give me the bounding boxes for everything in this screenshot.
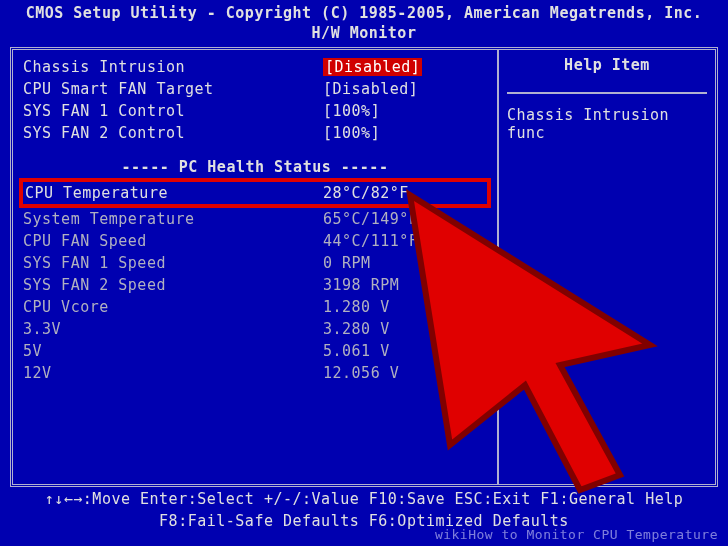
health-cpu-vcore: CPU Vcore 1.280 V <box>23 296 487 318</box>
health-sys-fan-1-speed: SYS FAN 1 Speed 0 RPM <box>23 252 487 274</box>
health-value: 5.061 V <box>323 342 487 360</box>
health-sys-fan-2-speed: SYS FAN 2 Speed 3198 RPM <box>23 274 487 296</box>
health-5v: 5V 5.061 V <box>23 340 487 362</box>
setting-value: [Disabled] <box>323 58 487 76</box>
health-system-temperature: System Temperature 65°C/149°F <box>23 208 487 230</box>
health-value: 1.280 V <box>323 298 487 316</box>
header: CMOS Setup Utility - Copyright (C) 1985-… <box>0 0 728 45</box>
health-cpu-temperature: CPU Temperature 28°C/82°F <box>19 178 491 208</box>
health-value: 28°C/82°F <box>323 184 409 202</box>
header-subtitle: H/W Monitor <box>0 24 728 44</box>
value-highlighted: [Disabled] <box>323 58 422 76</box>
watermark: wikiHow to Monitor CPU Temperature <box>435 527 718 542</box>
health-cpu-fan-speed: CPU FAN Speed 44°C/111°F <box>23 230 487 252</box>
help-title: Help Item <box>507 56 707 94</box>
footer-line-1: ↑↓←→:Move Enter:Select +/-/:Value F10:Sa… <box>10 489 718 511</box>
setting-cpu-smart-fan[interactable]: CPU Smart FAN Target [Disabled] <box>23 78 487 100</box>
health-12v: 12V 12.056 V <box>23 362 487 384</box>
setting-sys-fan-2[interactable]: SYS FAN 2 Control [100%] <box>23 122 487 144</box>
health-value: 0 RPM <box>323 254 487 272</box>
setting-label: SYS FAN 1 Control <box>23 102 323 120</box>
section-header-health: ----- PC Health Status ----- <box>23 158 487 176</box>
health-label: CPU FAN Speed <box>23 232 323 250</box>
footer-hints: ↑↓←→:Move Enter:Select +/-/:Value F10:Sa… <box>10 489 718 533</box>
health-value: 3198 RPM <box>323 276 487 294</box>
help-text: Chassis Intrusion func <box>507 106 707 142</box>
main-panel[interactable]: Chassis Intrusion [Disabled] CPU Smart F… <box>13 50 499 484</box>
health-value: 65°C/149°F <box>323 210 487 228</box>
health-label: System Temperature <box>23 210 323 228</box>
main-frame: Chassis Intrusion [Disabled] CPU Smart F… <box>10 47 718 487</box>
setting-sys-fan-1[interactable]: SYS FAN 1 Control [100%] <box>23 100 487 122</box>
health-label: SYS FAN 1 Speed <box>23 254 323 272</box>
header-title: CMOS Setup Utility - Copyright (C) 1985-… <box>0 4 728 24</box>
setting-label: CPU Smart FAN Target <box>23 80 323 98</box>
setting-label: SYS FAN 2 Control <box>23 124 323 142</box>
health-value: 12.056 V <box>323 364 487 382</box>
setting-chassis-intrusion[interactable]: Chassis Intrusion [Disabled] <box>23 56 487 78</box>
setting-value: [100%] <box>323 102 487 120</box>
health-label: SYS FAN 2 Speed <box>23 276 323 294</box>
setting-value: [Disabled] <box>323 80 487 98</box>
help-panel: Help Item Chassis Intrusion func <box>499 50 715 484</box>
health-3v3: 3.3V 3.280 V <box>23 318 487 340</box>
health-label: 12V <box>23 364 323 382</box>
health-value: 3.280 V <box>323 320 487 338</box>
setting-value: [100%] <box>323 124 487 142</box>
health-label: CPU Temperature <box>25 184 323 202</box>
health-label: 3.3V <box>23 320 323 338</box>
health-value: 44°C/111°F <box>323 232 487 250</box>
health-label: CPU Vcore <box>23 298 323 316</box>
setting-label: Chassis Intrusion <box>23 58 323 76</box>
health-label: 5V <box>23 342 323 360</box>
